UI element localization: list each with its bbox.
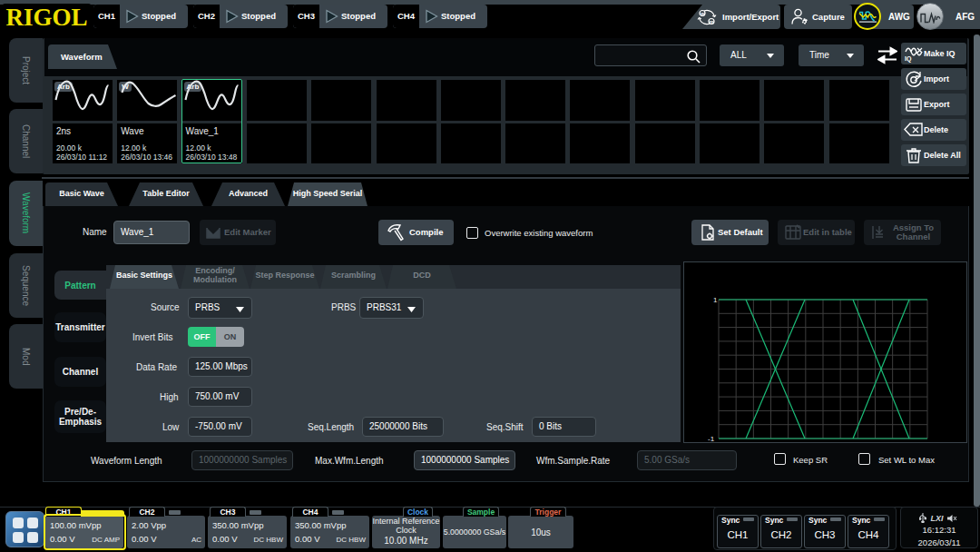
svg-text:1: 1 [713, 296, 718, 304]
svg-text:IQ: IQ [905, 55, 912, 63]
svg-text:-1: -1 [708, 435, 715, 442]
svg-text:w: w [700, 11, 705, 16]
svg-text:m: m [710, 19, 714, 25]
